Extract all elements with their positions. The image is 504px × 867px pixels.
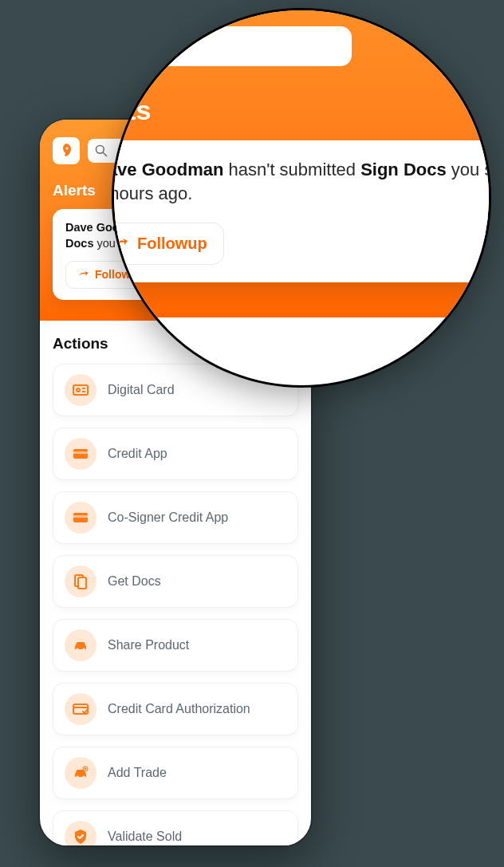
phone-body: Actions Digital Card Credit App Co-Signe… (40, 321, 311, 845)
search-icon (148, 35, 170, 57)
zoom-alert-doc: Sign Docs (360, 160, 447, 179)
zoom-content: Alerts See Dave Goodman hasn't submitted… (112, 8, 491, 388)
rocket-icon (57, 142, 75, 160)
action-add-trade[interactable]: Add Trade (53, 747, 298, 799)
zoom-header: Alerts See Dave Goodman hasn't submitted… (112, 8, 491, 317)
documents-icon (72, 573, 89, 590)
action-share-product[interactable]: Share Product (53, 619, 298, 672)
car-icon (72, 636, 89, 654)
action-credit-card-auth[interactable]: Credit Card Authorization (53, 683, 298, 735)
credit-card-icon (72, 445, 89, 463)
action-label: Get Docs (108, 574, 161, 589)
zoom-search-input[interactable] (136, 26, 352, 66)
zoom-contacts-button[interactable] (484, 29, 491, 64)
action-label: Validate Sold (108, 830, 182, 844)
action-label: Credit App (108, 447, 167, 461)
id-card-icon (72, 381, 89, 399)
action-label: Co-Signer Credit App (108, 510, 228, 525)
card-auth-icon (72, 700, 89, 718)
share-arrow-icon (77, 269, 89, 282)
zoom-top-row (112, 26, 491, 66)
action-label: Digital Card (108, 383, 175, 397)
action-cosigner-credit-app[interactable]: Co-Signer Credit App (53, 491, 298, 544)
action-label: Share Product (108, 638, 189, 652)
zoom-followup-label: Followup (137, 233, 207, 255)
action-get-docs[interactable]: Get Docs (53, 555, 298, 608)
action-label: Credit Card Authorization (108, 702, 250, 716)
zoom-alerts-row: Alerts See (112, 95, 491, 126)
zoom-followup-button[interactable]: Followup (112, 223, 224, 266)
action-credit-app[interactable]: Credit App (53, 428, 298, 480)
zoom-lens: Alerts See Dave Goodman hasn't submitted… (112, 8, 491, 388)
car-plus-icon (72, 764, 89, 782)
zoom-alert-person: Dave Goodman (112, 160, 223, 179)
app-logo[interactable] (53, 137, 80, 164)
search-icon (94, 144, 108, 158)
shield-check-icon (72, 828, 89, 845)
zoom-alert-card[interactable]: Dave Goodman hasn't submitted Sign Docs … (112, 140, 491, 282)
zoom-alert-text: Dave Goodman hasn't submitted Sign Docs … (112, 158, 491, 207)
alerts-title: Alerts (53, 182, 96, 199)
action-label: Add Trade (108, 766, 167, 780)
contact-card-icon (488, 33, 491, 60)
action-validate-sold[interactable]: Validate Sold (53, 810, 298, 845)
credit-card-icon (72, 509, 89, 526)
